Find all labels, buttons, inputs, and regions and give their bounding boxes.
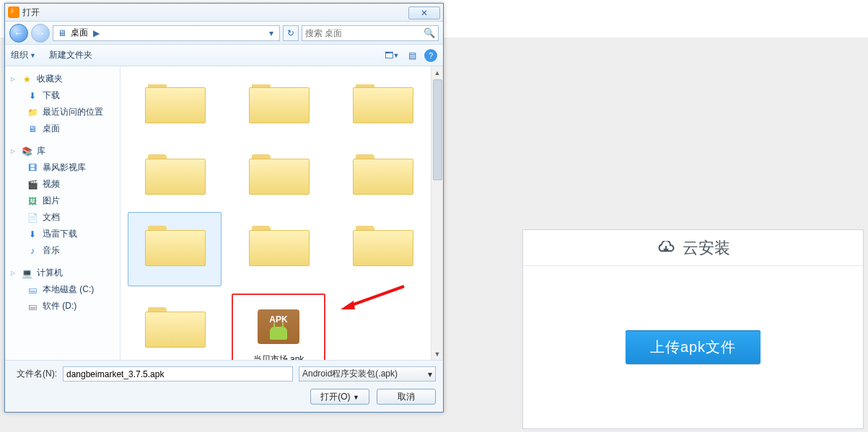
sidebar-item-baofeng[interactable]: 🎞暴风影视库	[24, 159, 120, 176]
new-folder-button[interactable]: 新建文件夹	[49, 49, 92, 61]
star-icon: ★	[21, 74, 32, 85]
refresh-icon: ↻	[287, 28, 294, 38]
nav-bar: ← → 🖥 桌面 ▶ ▾ ↻ 🔍	[5, 22, 443, 45]
sidebar-item-music[interactable]: ♪音乐	[24, 242, 120, 259]
file-label: 当贝市场.apk	[253, 353, 304, 360]
list-item[interactable]	[128, 294, 222, 360]
list-item[interactable]	[232, 212, 325, 286]
cancel-button[interactable]: 取消	[377, 389, 436, 405]
desktop-icon: 🖥	[27, 123, 38, 135]
scroll-up-icon[interactable]: ▲	[431, 66, 443, 79]
download-icon: ⬇	[27, 90, 38, 102]
cloud-title: 云安装	[683, 237, 730, 259]
file-pane: APK 当贝市场.apk ▲ ▼	[120, 66, 443, 360]
computer-icon: 💻	[21, 268, 32, 279]
file-item-apk[interactable]: APK 当贝市场.apk	[232, 294, 325, 360]
sidebar-item-xunlei[interactable]: ⬇迅雷下载	[24, 226, 120, 242]
sidebar-item-drive-c[interactable]: 🖴本地磁盘 (C:)	[24, 281, 120, 298]
chevron-right-icon: ▶	[91, 28, 101, 38]
list-item[interactable]	[336, 212, 429, 286]
list-item[interactable]	[128, 69, 222, 133]
cloud-install-panel: 云安装 上传apk文件	[522, 229, 864, 429]
help-icon: ?	[429, 51, 433, 60]
sidebar-item-downloads[interactable]: ⬇ 下载	[24, 87, 120, 104]
preview-icon: ▤	[408, 50, 416, 61]
search-icon: 🔍	[424, 27, 435, 38]
chevron-down-icon[interactable]: ▾	[266, 28, 276, 38]
sidebar-group-computer[interactable]: ▷ 💻 计算机	[5, 265, 120, 281]
sidebar-item-videos[interactable]: 🎬视频	[24, 176, 120, 193]
breadcrumb-label: 桌面	[71, 27, 88, 39]
dialog-title: 打开	[22, 6, 40, 19]
sidebar-group-favorites[interactable]: ▷ ★ 收藏夹	[5, 71, 120, 87]
list-item[interactable]	[128, 141, 222, 205]
cloud-download-icon	[657, 241, 675, 255]
image-icon: 🖼	[27, 195, 38, 207]
sidebar-item-documents[interactable]: 📄文档	[24, 209, 120, 226]
refresh-button[interactable]: ↻	[283, 25, 299, 41]
scrollbar[interactable]: ▲ ▼	[431, 66, 443, 360]
open-file-dialog: 打开 ✕ ← → 🖥 桌面 ▶ ▾ ↻ 🔍 组织	[4, 3, 444, 413]
list-item[interactable]	[336, 69, 429, 133]
list-item[interactable]	[128, 212, 222, 286]
view-icon: 🗔	[385, 50, 393, 61]
upload-apk-button[interactable]: 上传apk文件	[626, 330, 760, 364]
nav-back-button[interactable]: ←	[9, 24, 28, 43]
chevron-down-icon: ▼	[393, 52, 400, 59]
music-icon: ♪	[27, 245, 38, 257]
tri-icon: ▷	[11, 76, 17, 82]
filename-input[interactable]	[63, 366, 293, 382]
list-item[interactable]	[232, 141, 325, 205]
arrow-right-icon: →	[35, 27, 45, 39]
libraries-icon: 📚	[21, 146, 32, 157]
dialog-footer: 文件名(N): Android程序安装包(.apk) ▾ 打开(O) ▼ 取消	[5, 360, 443, 412]
dialog-titlebar: 打开 ✕	[5, 4, 443, 22]
app-icon	[8, 6, 19, 18]
folder-icon: 📁	[27, 107, 38, 118]
video-icon: 🎬	[27, 179, 38, 190]
chevron-down-icon: ▼	[30, 52, 36, 59]
open-button[interactable]: 打开(O) ▼	[310, 389, 369, 405]
desktop-icon: 🖥	[56, 27, 68, 39]
view-mode-button[interactable]: 🗔 ▼	[384, 48, 400, 63]
help-button[interactable]: ?	[424, 49, 437, 62]
nav-forward-button[interactable]: →	[31, 24, 50, 43]
filename-label: 文件名(N):	[12, 368, 57, 380]
toolbar: 组织 ▼ 新建文件夹 🗔 ▼ ▤ ?	[5, 45, 443, 66]
scroll-thumb[interactable]	[433, 79, 442, 180]
download-icon: ⬇	[27, 229, 38, 240]
film-icon: 🎞	[27, 162, 38, 174]
drive-icon: 🖴	[27, 301, 38, 312]
list-item[interactable]	[232, 69, 325, 133]
drive-icon: 🖴	[27, 284, 38, 296]
sidebar: ▷ ★ 收藏夹 ⬇ 下载 📁 最近访问的位置 🖥 桌面	[5, 66, 120, 360]
sidebar-item-pictures[interactable]: 🖼图片	[24, 193, 120, 209]
preview-pane-button[interactable]: ▤	[404, 48, 420, 63]
tri-icon: ▷	[11, 148, 17, 154]
search-box[interactable]: 🔍	[302, 25, 439, 41]
apk-icon: APK	[258, 309, 299, 344]
close-button[interactable]: ✕	[408, 6, 440, 19]
list-item[interactable]	[336, 141, 429, 205]
scroll-down-icon[interactable]: ▼	[431, 348, 443, 360]
cloud-header: 云安装	[523, 230, 863, 266]
search-input[interactable]	[305, 28, 424, 38]
sidebar-item-drive-d[interactable]: 🖴软件 (D:)	[24, 298, 120, 314]
sidebar-item-recent[interactable]: 📁 最近访问的位置	[24, 104, 120, 120]
organize-button[interactable]: 组织 ▼	[11, 49, 36, 61]
close-icon: ✕	[421, 8, 428, 18]
breadcrumb[interactable]: 🖥 桌面 ▶ ▾	[53, 25, 280, 41]
doc-icon: 📄	[27, 212, 38, 224]
sidebar-item-desktop[interactable]: 🖥 桌面	[24, 120, 120, 137]
chevron-down-icon: ▾	[428, 369, 432, 379]
filetype-select[interactable]: Android程序安装包(.apk) ▾	[299, 366, 436, 382]
tri-icon: ▷	[11, 270, 17, 276]
sidebar-group-libraries[interactable]: ▷ 📚 库	[5, 143, 120, 159]
arrow-left-icon: ←	[14, 27, 24, 39]
